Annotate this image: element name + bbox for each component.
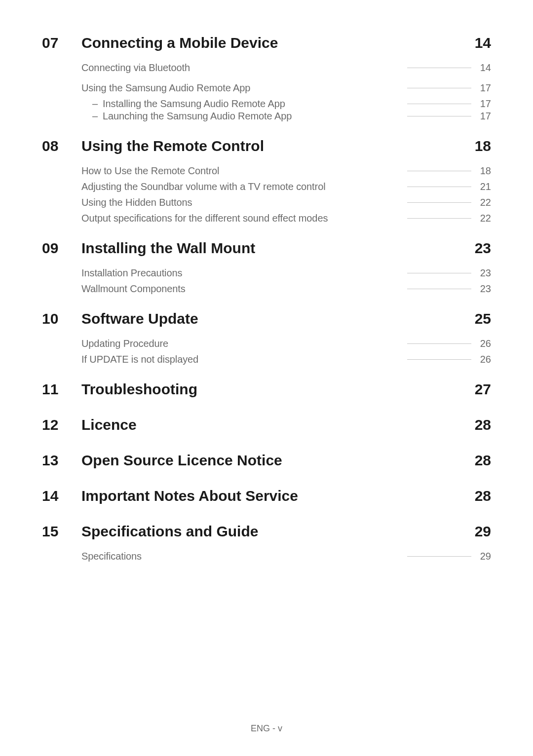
section-number: 09 (42, 240, 81, 257)
section-number: 14 (42, 488, 81, 504)
toc-item[interactable]: If UPDATE is not displayed26 (81, 354, 491, 365)
item-page: 18 (477, 165, 491, 177)
leader-line (407, 289, 471, 289)
section-title: Open Source Licence Notice (81, 452, 465, 469)
toc-item[interactable]: Updating Procedure26 (81, 338, 491, 349)
section-body: Specifications29 (42, 551, 491, 562)
section-body: Installation Precautions23Wallmount Comp… (42, 267, 491, 295)
leader-line (407, 104, 471, 104)
section-page: 25 (475, 310, 491, 327)
section-number: 15 (42, 523, 81, 540)
item-page: 23 (477, 267, 491, 279)
section-header[interactable]: 15Specifications and Guide29 (42, 523, 491, 540)
item-page: 17 (477, 82, 491, 94)
section-title: Software Update (81, 310, 465, 327)
toc-item[interactable]: Wallmount Components23 (81, 283, 491, 295)
leader-line (407, 218, 471, 219)
section-header[interactable]: 14Important Notes About Service28 (42, 488, 491, 504)
toc-item[interactable]: How to Use the Remote Control18 (81, 165, 491, 177)
leader-line (407, 343, 471, 344)
item-text: Launching the Samsung Audio Remote App (81, 111, 292, 122)
section-number: 07 (42, 35, 81, 51)
item-page: 22 (477, 197, 491, 208)
item-text: Connecting via Bluetooth (81, 62, 190, 74)
leader-line (407, 88, 471, 88)
section-title: Installing the Wall Mount (81, 240, 465, 257)
toc-section: 08Using the Remote Control18How to Use t… (42, 138, 491, 224)
item-text: Using the Hidden Buttons (81, 197, 192, 208)
toc-item[interactable]: Using the Hidden Buttons22 (81, 197, 491, 208)
toc-item[interactable]: Installation Precautions23 (81, 267, 491, 279)
item-page: 22 (477, 213, 491, 224)
section-header[interactable]: 13Open Source Licence Notice28 (42, 452, 491, 469)
item-page: 21 (477, 181, 491, 192)
page-footer: ENG - v (0, 723, 533, 734)
section-header[interactable]: 11Troubleshooting27 (42, 381, 491, 398)
toc-subitem[interactable]: Installing the Samsung Audio Remote App1… (81, 98, 491, 110)
toc-item[interactable]: Output specifications for the different … (81, 213, 491, 224)
item-page: 29 (477, 551, 491, 562)
toc-item[interactable]: Specifications29 (81, 551, 491, 562)
section-body: Updating Procedure26If UPDATE is not dis… (42, 338, 491, 365)
toc-section: 09Installing the Wall Mount23Installatio… (42, 240, 491, 295)
toc-section: 10Software Update25Updating Procedure26I… (42, 310, 491, 365)
section-header[interactable]: 07Connecting a Mobile Device14 (42, 35, 491, 51)
item-text: Wallmount Components (81, 283, 186, 295)
toc-section: 13Open Source Licence Notice28 (42, 452, 491, 469)
item-text: Specifications (81, 551, 142, 562)
section-number: 12 (42, 416, 81, 433)
section-title: Important Notes About Service (81, 488, 465, 504)
toc-section: 11Troubleshooting27 (42, 381, 491, 398)
toc-item[interactable]: Using the Samsung Audio Remote App17 (81, 82, 491, 94)
item-text: How to Use the Remote Control (81, 165, 219, 177)
section-body: Connecting via Bluetooth14Using the Sams… (42, 62, 491, 122)
section-title: Specifications and Guide (81, 523, 465, 540)
section-number: 08 (42, 138, 81, 154)
section-title: Connecting a Mobile Device (81, 35, 465, 51)
item-text: If UPDATE is not displayed (81, 354, 198, 365)
section-page: 28 (475, 488, 491, 504)
section-title: Using the Remote Control (81, 138, 465, 154)
section-header[interactable]: 10Software Update25 (42, 310, 491, 327)
table-of-contents: 07Connecting a Mobile Device14Connecting… (42, 35, 491, 562)
leader-line (407, 116, 471, 116)
item-page: 17 (477, 98, 491, 110)
toc-section: 15Specifications and Guide29Specificatio… (42, 523, 491, 562)
section-page: 14 (475, 35, 491, 51)
section-number: 13 (42, 452, 81, 469)
toc-section: 12Licence28 (42, 416, 491, 433)
leader-line (407, 171, 471, 171)
item-text: Installation Precautions (81, 267, 182, 279)
section-title: Troubleshooting (81, 381, 465, 398)
toc-item[interactable]: Connecting via Bluetooth14 (81, 62, 491, 74)
leader-line (407, 556, 471, 557)
section-header[interactable]: 09Installing the Wall Mount23 (42, 240, 491, 257)
item-text: Using the Samsung Audio Remote App (81, 82, 250, 94)
item-page: 26 (477, 354, 491, 365)
section-page: 28 (475, 416, 491, 433)
item-page: 26 (477, 338, 491, 349)
item-text: Output specifications for the different … (81, 213, 328, 224)
section-body: How to Use the Remote Control18Adjusting… (42, 165, 491, 224)
leader-line (407, 68, 471, 68)
leader-line (407, 273, 471, 273)
section-title: Licence (81, 416, 465, 433)
toc-section: 07Connecting a Mobile Device14Connecting… (42, 35, 491, 122)
leader-line (407, 187, 471, 187)
item-text: Adjusting the Soundbar volume with a TV … (81, 181, 326, 192)
section-header[interactable]: 12Licence28 (42, 416, 491, 433)
section-page: 18 (475, 138, 491, 154)
section-header[interactable]: 08Using the Remote Control18 (42, 138, 491, 154)
item-page: 23 (477, 283, 491, 295)
toc-subitem[interactable]: Launching the Samsung Audio Remote App17 (81, 111, 491, 122)
section-page: 23 (475, 240, 491, 257)
item-page: 14 (477, 62, 491, 74)
leader-line (407, 202, 471, 203)
toc-section: 14Important Notes About Service28 (42, 488, 491, 504)
section-page: 28 (475, 452, 491, 469)
section-page: 29 (475, 523, 491, 540)
item-page: 17 (477, 111, 491, 122)
section-number: 11 (42, 381, 81, 398)
item-text: Updating Procedure (81, 338, 168, 349)
toc-item[interactable]: Adjusting the Soundbar volume with a TV … (81, 181, 491, 192)
